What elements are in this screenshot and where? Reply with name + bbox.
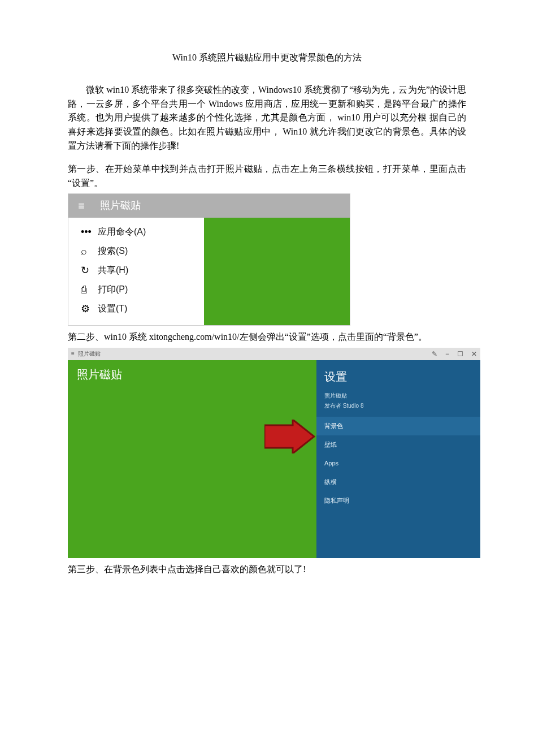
close-icon[interactable]: ✕ <box>471 351 477 357</box>
menu-item-label: 搜索(S) <box>98 244 128 258</box>
hamburger-icon[interactable]: ≡ <box>68 194 94 218</box>
window-title: 照片磁贴 <box>78 349 101 358</box>
share-icon: ↻ <box>81 265 98 275</box>
menu-item-search[interactable]: ⌕ 搜索(S) <box>68 241 204 261</box>
shot1-content-area <box>204 218 350 325</box>
shot2-main-area: 照片磁贴 <box>68 360 316 558</box>
menu-item-print[interactable]: ⎙ 打印(P) <box>68 280 204 299</box>
minimize-icon[interactable]: − <box>445 351 449 357</box>
shot1-app-title: 照片磁贴 <box>94 198 141 214</box>
settings-item-apps[interactable]: Apps <box>316 454 480 473</box>
document-title: Win10 系统照片磁贴应用中更改背景颜色的方法 <box>68 51 466 65</box>
menu-item-label: 打印(P) <box>98 283 128 297</box>
settings-item-background-color[interactable]: 背景色 <box>316 417 480 435</box>
menu-item-settings[interactable]: ⚙ 设置(T) <box>68 299 204 318</box>
settings-item-layout[interactable]: 纵横 <box>316 473 480 491</box>
menu-item-share[interactable]: ↻ 共享(H) <box>68 261 204 280</box>
ellipsis-icon: ••• <box>81 227 98 237</box>
step-3-text: 第三步、在背景色列表中点击选择自己喜欢的颜色就可以了! <box>68 563 466 577</box>
intro-paragraph: 微软 win10 系统带来了很多突破性的改变，Windows10 系统贯彻了“移… <box>68 83 466 153</box>
menu-item-label: 应用命令(A) <box>98 225 146 239</box>
svg-marker-0 <box>264 420 314 453</box>
menu-item-label: 共享(H) <box>98 263 128 278</box>
settings-item-privacy[interactable]: 隐私声明 <box>316 491 480 510</box>
edit-icon[interactable]: ✎ <box>432 351 437 357</box>
settings-panel: 设置 照片磁贴 发布者 Studio 8 背景色 壁纸 Apps 纵横 隐私声明 <box>316 360 480 558</box>
hamburger-icon[interactable]: ≡ <box>71 349 75 358</box>
print-icon: ⎙ <box>81 284 98 295</box>
gear-icon: ⚙ <box>81 304 98 314</box>
maximize-icon[interactable]: ☐ <box>457 351 463 357</box>
search-icon: ⌕ <box>81 246 98 256</box>
menu-item-label: 设置(T) <box>98 302 127 316</box>
screenshot-2: ≡ 照片磁贴 ✎ − ☐ ✕ 照片磁贴 设置 照片磁贴 发布者 Studio 8… <box>68 348 480 558</box>
shot2-app-title: 照片磁贴 <box>68 360 316 389</box>
step-2-text: 第二步、win10 系统 xitongcheng.com/win10/左侧会弹出… <box>68 330 466 344</box>
shot2-window-titlebar: ≡ 照片磁贴 ✎ − ☐ ✕ <box>68 348 480 360</box>
step-1-text: 第一步、在开始菜单中找到并点击打开照片磁贴，点击左上角三条横线按钮，打开菜单，里… <box>68 162 466 191</box>
settings-panel-subtitle-2: 发布者 Studio 8 <box>324 401 472 411</box>
menu-item-app-commands[interactable]: ••• 应用命令(A) <box>68 222 204 241</box>
settings-item-wallpaper[interactable]: 壁纸 <box>316 435 480 454</box>
shot1-menu: ••• 应用命令(A) ⌕ 搜索(S) ↻ 共享(H) ⎙ 打印(P) ⚙ 设置… <box>68 218 204 325</box>
settings-panel-subtitle-1: 照片磁贴 <box>324 391 472 400</box>
red-arrow-annotation <box>264 420 315 453</box>
settings-panel-list: 背景色 壁纸 Apps 纵横 隐私声明 <box>316 417 480 510</box>
screenshot-1: ≡ 照片磁贴 ••• 应用命令(A) ⌕ 搜索(S) ↻ 共享(H) ⎙ 打印(… <box>68 193 350 326</box>
settings-panel-title: 设置 <box>324 368 472 386</box>
shot1-header: ≡ 照片磁贴 <box>68 194 350 218</box>
